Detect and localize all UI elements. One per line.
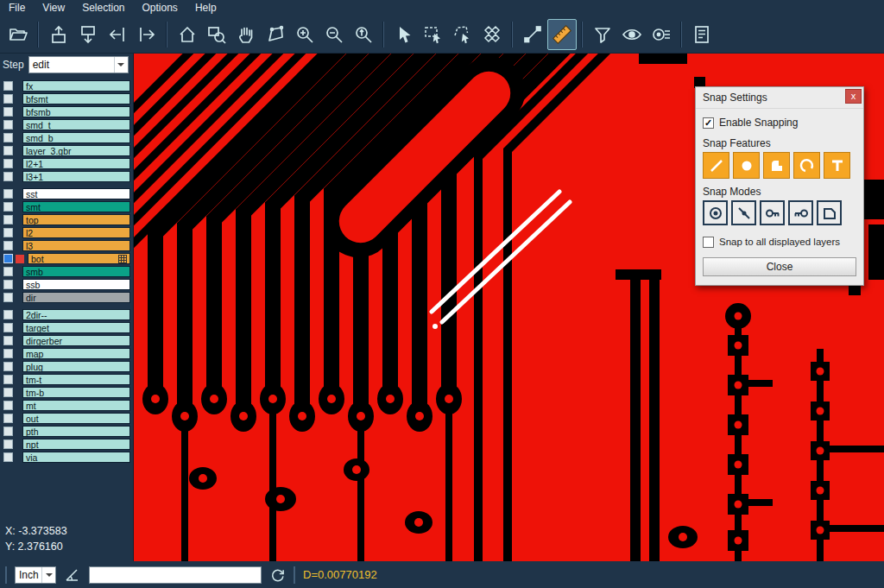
select-cursor-button[interactable] <box>389 19 419 50</box>
layer-label[interactable]: bfsmb <box>22 106 130 117</box>
snap-all-layers-checkbox[interactable] <box>703 237 714 248</box>
import-down-button[interactable] <box>73 19 103 50</box>
snap-all-layers-row[interactable]: Snap to all displayed layers <box>703 234 856 250</box>
layer-label[interactable]: l3+1 <box>22 171 130 182</box>
layer-visibility-checkbox[interactable] <box>3 375 13 384</box>
layer-visibility-checkbox[interactable] <box>3 323 13 332</box>
filter-button[interactable] <box>588 19 617 50</box>
menu-item-view[interactable]: View <box>34 0 73 16</box>
export-right-button[interactable] <box>132 19 161 50</box>
layer-visibility-checkbox[interactable] <box>3 228 13 237</box>
export-up-button[interactable] <box>44 19 73 50</box>
pan-button[interactable] <box>231 19 261 50</box>
zoom-fit-button[interactable] <box>349 19 378 50</box>
layer-label[interactable]: out <box>22 413 130 424</box>
dialog-titlebar[interactable]: Snap Settings x <box>696 87 863 109</box>
layer-label[interactable]: bfsmt <box>22 93 130 104</box>
snap-arc-button[interactable] <box>793 152 820 179</box>
layer-visibility-checkbox[interactable] <box>3 94 13 104</box>
layer-visibility-checkbox[interactable] <box>3 439 13 449</box>
snap-outline-button[interactable] <box>817 200 842 225</box>
layer-label[interactable]: l3 <box>22 240 130 251</box>
snap-key-left-button[interactable] <box>760 200 785 225</box>
enable-snapping-row[interactable]: ✓ Enable Snapping <box>703 115 856 130</box>
layer-label[interactable]: smt <box>22 201 130 212</box>
layer-label[interactable]: mt <box>22 400 130 411</box>
layer-visibility-checkbox[interactable] <box>3 401 13 410</box>
zoom-window-button[interactable] <box>202 19 231 50</box>
menu-item-file[interactable]: File <box>0 0 34 16</box>
menu-item-options[interactable]: Options <box>134 0 186 16</box>
layer-row-smd_b[interactable]: smd_b <box>0 131 133 144</box>
layer-visibility-checkbox[interactable] <box>3 241 13 250</box>
layer-label[interactable]: via <box>22 452 130 463</box>
layer-row-ssb[interactable]: ssb <box>0 278 133 291</box>
layer-row-layer_3.gbr[interactable]: layer_3.gbr <box>0 144 133 157</box>
probe-button[interactable] <box>647 19 676 50</box>
layer-row-npt[interactable]: npt <box>0 438 133 451</box>
layer-visibility-checkbox[interactable] <box>3 293 13 302</box>
snap-corner-button[interactable] <box>763 152 790 179</box>
layer-row-bfsmb[interactable]: bfsmb <box>0 105 133 118</box>
home-button[interactable] <box>173 19 202 50</box>
layer-row-plug[interactable]: plug <box>0 360 133 373</box>
layer-visibility-checkbox[interactable] <box>3 362 13 371</box>
layer-visibility-checkbox[interactable] <box>3 202 13 212</box>
layer-visibility-checkbox[interactable] <box>3 414 13 423</box>
select-rect-button[interactable] <box>419 19 448 50</box>
layer-label[interactable]: map <box>22 348 130 359</box>
layer-visibility-checkbox[interactable] <box>3 120 13 130</box>
tiles-button[interactable] <box>477 19 507 50</box>
layer-label[interactable]: tm-t <box>22 374 130 385</box>
layer-visibility-checkbox[interactable] <box>3 215 13 224</box>
measure-input[interactable] <box>89 566 262 584</box>
layer-label[interactable]: tm-b <box>22 387 130 398</box>
layer-row-smb[interactable]: smb <box>0 265 133 278</box>
layer-label[interactable]: plug <box>22 361 130 372</box>
layer-label[interactable]: target <box>22 322 130 333</box>
layer-visibility-checkbox[interactable] <box>3 280 13 289</box>
layer-visibility-checkbox[interactable] <box>3 189 13 199</box>
layer-label[interactable]: pth <box>22 426 130 437</box>
layer-visibility-checkbox[interactable] <box>3 254 13 263</box>
layer-label[interactable]: dirgerber <box>22 335 130 346</box>
layer-visibility-checkbox[interactable] <box>3 388 13 397</box>
snap-key-right-button[interactable] <box>788 200 813 225</box>
layer-label[interactable]: smd_b <box>22 132 130 143</box>
zoom-out-button[interactable] <box>319 19 349 50</box>
layer-row-top[interactable]: top <box>0 213 133 226</box>
layer-visibility-checkbox[interactable] <box>3 133 13 142</box>
snap-pad-button[interactable] <box>733 152 760 179</box>
close-button[interactable]: Close <box>703 257 856 276</box>
menu-item-help[interactable]: Help <box>186 0 225 16</box>
layer-label[interactable]: top <box>22 214 130 225</box>
layer-visibility-checkbox[interactable] <box>3 310 13 319</box>
angle-tool-icon[interactable] <box>64 566 81 584</box>
measure-ruler-button[interactable] <box>547 19 577 50</box>
select-polygon-button[interactable] <box>448 19 477 50</box>
layer-visibility-checkbox[interactable] <box>3 336 13 345</box>
layer-row-l3+1[interactable]: l3+1 <box>0 170 133 183</box>
layer-label[interactable]: smd_t <box>22 119 130 130</box>
layer-row-dir[interactable]: dir <box>0 291 133 304</box>
layer-label[interactable]: l2 <box>22 227 130 238</box>
draw-polygon-button[interactable] <box>261 19 290 50</box>
snap-text-button[interactable] <box>824 152 850 179</box>
layer-label[interactable]: smb <box>22 266 130 277</box>
layer-label[interactable]: 2dir-- <box>22 309 130 320</box>
layer-row-l2+1[interactable]: l2+1 <box>0 157 133 170</box>
layer-visibility-checkbox[interactable] <box>3 427 13 436</box>
open-folder-button[interactable] <box>3 19 33 50</box>
layer-label[interactable]: layer_3.gbr <box>22 145 130 156</box>
eye-button[interactable] <box>617 19 647 50</box>
layer-row-out[interactable]: out <box>0 412 133 425</box>
layer-row-target[interactable]: target <box>0 321 133 334</box>
layer-row-bfsmt[interactable]: bfsmt <box>0 92 133 105</box>
layer-visibility-checkbox[interactable] <box>3 349 13 358</box>
layer-visibility-checkbox[interactable] <box>3 452 13 462</box>
layer-row-fx[interactable]: fx <box>0 79 133 92</box>
layer-row-2dir--[interactable]: 2dir-- <box>0 308 133 321</box>
layer-visibility-checkbox[interactable] <box>3 146 13 155</box>
layer-row-sst[interactable]: sst <box>0 187 133 200</box>
layer-visibility-checkbox[interactable] <box>3 159 13 168</box>
